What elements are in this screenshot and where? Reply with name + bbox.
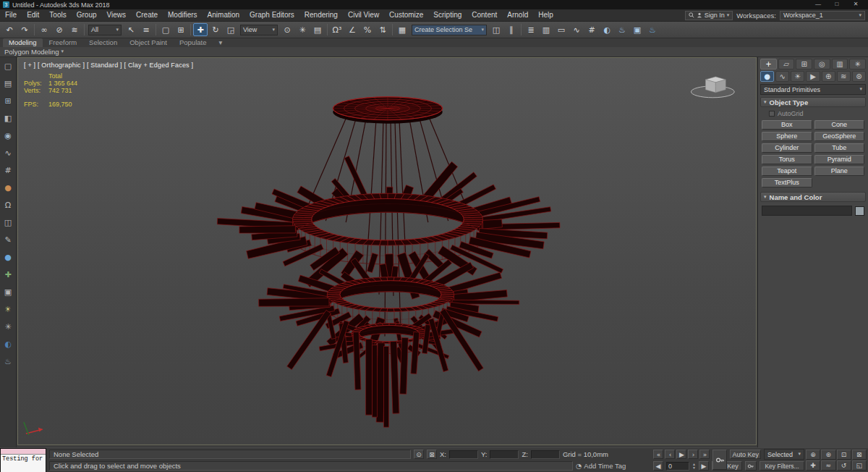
select-by-name-icon[interactable]: ≡	[139, 23, 153, 36]
current-frame-input[interactable]	[666, 462, 689, 471]
set-keys-icon-button[interactable]	[745, 461, 757, 471]
create-sphere-button[interactable]: Sphere	[762, 132, 812, 141]
named-selection-dropdown[interactable]: Create Selection Se▾	[412, 25, 487, 35]
rollout-name-and-color[interactable]: ▾ Name and Color	[760, 192, 866, 202]
menu-tools[interactable]: Tools	[44, 9, 71, 21]
menu-rendering[interactable]: Rendering	[299, 9, 343, 21]
reference-coordinate-dropdown[interactable]: View▾	[240, 25, 278, 35]
select-and-scale-icon[interactable]: ◲	[224, 23, 238, 36]
rectangular-selection-region-icon[interactable]: ▢	[158, 23, 173, 36]
rendered-frame-window-icon[interactable]: ▣	[630, 23, 644, 36]
menu-group[interactable]: Group	[72, 9, 102, 21]
pan-view-icon[interactable]: ✚	[806, 460, 820, 471]
selection-filter-dropdown[interactable]: All▾	[88, 25, 122, 35]
key-filters-button[interactable]: Key Filters...	[760, 461, 804, 471]
keyboard-shortcut-override-icon[interactable]: ▤	[310, 23, 325, 36]
ribbon-tab-selection[interactable]: Selection	[83, 38, 123, 47]
modify-tab[interactable]: ▱	[778, 59, 795, 69]
create-tube-button[interactable]: Tube	[814, 143, 865, 153]
shapes-category[interactable]: ∿	[775, 71, 789, 82]
helpers-category[interactable]: ⊕	[822, 71, 835, 82]
create-pyramid-button[interactable]: Pyramid	[814, 155, 865, 164]
object-color-swatch[interactable]	[855, 206, 864, 216]
go-to-end-icon[interactable]: »	[699, 450, 710, 459]
macro-recorder-strip[interactable]	[1, 449, 46, 455]
angle-snap-icon[interactable]: ∠	[345, 23, 359, 36]
workspace-dropdown[interactable]: Workspace_1 ▾	[780, 11, 865, 20]
next-key-icon[interactable]: ▶	[699, 461, 709, 471]
selection-lock-toggle[interactable]: ⊠	[427, 450, 437, 459]
spinner-snap-icon[interactable]: ⇅	[375, 23, 390, 36]
menu-customize[interactable]: Customize	[384, 9, 428, 21]
dock-geometry-icon[interactable]: ●	[2, 251, 14, 264]
dock-sphere-icon[interactable]: ●	[2, 182, 14, 194]
maxscript-mini-listener[interactable]: Testing for	[0, 448, 46, 472]
material-editor-icon[interactable]: ◐	[600, 23, 614, 36]
select-and-move-icon[interactable]: ✚	[193, 23, 208, 36]
menu-help[interactable]: Help	[533, 9, 558, 21]
add-time-tag[interactable]: ◔ Add Time Tag	[576, 462, 626, 470]
minimize-button[interactable]: —	[809, 0, 827, 9]
dock-paint-icon[interactable]: ✎	[2, 234, 14, 246]
scene-explorer-icon[interactable]: ≣	[524, 23, 538, 36]
cameras-category[interactable]: ▶	[806, 71, 820, 82]
dock-scene-icon[interactable]: ⊞	[2, 95, 14, 107]
create-box-button[interactable]: Box	[762, 120, 812, 130]
create-textplus-button[interactable]: TextPlus	[762, 178, 812, 187]
autogrid-checkbox[interactable]	[769, 111, 775, 117]
use-center-flyout-icon[interactable]: ⊙	[280, 23, 294, 36]
transform-x-input[interactable]	[449, 450, 478, 459]
dock-light-icon[interactable]: ☀	[2, 303, 14, 316]
menu-edit[interactable]: Edit	[22, 9, 44, 21]
render-setup-icon[interactable]: ♨	[615, 23, 629, 36]
close-button[interactable]: ✕	[846, 0, 865, 9]
render-production-icon[interactable]: ♨	[645, 23, 660, 36]
previous-key-icon[interactable]: ◀	[653, 461, 663, 471]
dock-measure-icon[interactable]: ∿	[2, 147, 14, 159]
dock-mirror-icon[interactable]: ◫	[2, 216, 14, 229]
next-frame-icon[interactable]: ›	[688, 450, 698, 459]
menu-views[interactable]: Views	[102, 9, 132, 21]
curve-editor-icon[interactable]: ∿	[569, 23, 584, 36]
space-warps-category[interactable]: ≋	[837, 71, 851, 82]
dock-camera-icon[interactable]: ▣	[2, 286, 14, 298]
object-name-field[interactable]	[762, 206, 852, 216]
dock-plant-icon[interactable]: ✚	[2, 269, 14, 281]
dock-layer-icon[interactable]: ▤	[2, 77, 14, 90]
frame-spinner[interactable]: ▲▼	[692, 463, 696, 469]
set-key-mode-button[interactable]	[712, 450, 727, 470]
viewcube-widget[interactable]	[691, 77, 734, 98]
ribbon-tab-object-paint[interactable]: Object Paint	[124, 38, 173, 47]
rollout-object-type[interactable]: ▾ Object Type	[760, 97, 866, 107]
dock-capture-icon[interactable]: ◉	[2, 130, 14, 142]
utilities-tab[interactable]: ✳	[849, 59, 866, 69]
ribbon-tab-modeling[interactable]: Modeling	[3, 38, 43, 47]
menu-graph-editors[interactable]: Graph Editors	[244, 9, 299, 21]
dock-material-icon[interactable]: ◐	[2, 338, 14, 350]
redo-icon[interactable]: ↷	[17, 23, 32, 36]
select-link-icon[interactable]: ∞	[37, 23, 51, 36]
select-and-rotate-icon[interactable]: ↻	[208, 23, 223, 36]
transform-y-input[interactable]	[490, 450, 519, 459]
snaps-toggle-icon[interactable]: Ω³	[330, 23, 344, 36]
ribbon-tab-populate[interactable]: Populate	[174, 38, 213, 47]
dock-grid-icon[interactable]: #	[2, 164, 14, 177]
viewport-label[interactable]: [ + ] [ Orthographic ] [ Standard ] [ Cl…	[24, 62, 193, 69]
menu-modifiers[interactable]: Modifiers	[163, 9, 203, 21]
zoom-region-icon[interactable]: ⊠	[852, 450, 867, 460]
menu-create[interactable]: Create	[131, 9, 163, 21]
select-object-icon[interactable]: ↖	[124, 23, 138, 36]
zoom-icon[interactable]: ⊕	[806, 450, 820, 460]
auto-key-button[interactable]: Auto Key	[730, 450, 761, 459]
chandelier-model[interactable]	[18, 58, 756, 444]
create-geosphere-button[interactable]: GeoSphere	[814, 132, 865, 141]
create-torus-button[interactable]: Torus	[762, 155, 812, 164]
ribbon-subtab-bar[interactable]: Polygon Modeling ▾	[0, 47, 868, 57]
sign-in-button[interactable]: Sign In ▾	[685, 11, 733, 20]
listener-strip[interactable]: Testing for	[1, 455, 46, 472]
menu-scripting[interactable]: Scripting	[428, 9, 467, 21]
window-crossing-toggle-icon[interactable]: ⊞	[174, 23, 188, 36]
create-plane-button[interactable]: Plane	[814, 167, 865, 176]
unlink-selection-icon[interactable]: ⊘	[52, 23, 67, 36]
transform-z-input[interactable]	[531, 450, 560, 459]
